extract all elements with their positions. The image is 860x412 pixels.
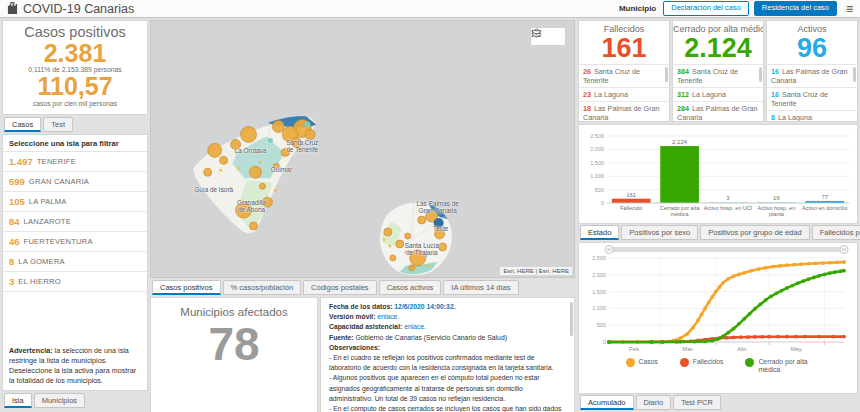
svg-text:planta: planta (769, 211, 785, 217)
island-row-tenerife[interactable]: 1.497TENERIFE (3, 152, 147, 172)
menu-icon[interactable]: ≡ (846, 3, 853, 15)
svg-text:77: 77 (821, 194, 828, 200)
island-count: 84 (9, 216, 20, 227)
right-column: Fallecidos16126Santa Cruz de Tenerife23L… (578, 20, 858, 410)
map-tab-casos-poblaci-n[interactable]: % casos/población (223, 280, 302, 295)
chart-tab-estado[interactable]: Estado (580, 225, 619, 240)
status-card-item-santa-cruz-de-tenerife[interactable]: 384Santa Cruz de Tenerife (673, 64, 763, 87)
island-name: TENERIFE (37, 157, 76, 166)
gobierno-canarias-logo-icon (7, 2, 18, 15)
island-count: 3 (9, 276, 14, 287)
map-tab-ia-ltimos-14-d-as[interactable]: IA últimos 14 días (443, 280, 518, 295)
svg-text:0: 0 (603, 339, 606, 345)
data-info-text: Fecha de los datos: 12/6/2020 14:00:32.V… (329, 302, 564, 412)
status-card-item-las-palmas-de-gran-canaria[interactable]: 16Las Palmas de Gran Canaria (767, 64, 857, 87)
map-tab-casos-positivos[interactable]: Casos positivos (152, 280, 221, 295)
chart-tab-diario[interactable]: Diario (636, 395, 672, 410)
chart-tab-positivos-por-sexo[interactable]: Positivos por sexo (621, 225, 698, 240)
legend-item-casos: Casos (626, 358, 658, 367)
map-controls (530, 27, 566, 46)
island-filter-title: Seleccione una isla para filtrar (3, 135, 147, 152)
status-card-item-la-laguna[interactable]: 23La Laguna (579, 87, 669, 101)
acumulado-line-chart-panel: 05001.0001.5002.0002.500Feb.Mar.Abr.May.… (578, 242, 858, 394)
app-title: COVID-19 Canarias (23, 2, 134, 16)
island-name: EL HIERRO (18, 277, 60, 286)
status-card-item-santa-cruz-de-tenerife[interactable]: 16Santa Cruz de Tenerife (767, 87, 857, 110)
casos-test-tabs: CasosTest (4, 117, 148, 132)
slider-handle-right[interactable] (840, 246, 848, 254)
estado-tabs: EstadoPositivos por sexoPositivos por gr… (580, 225, 858, 240)
island-row-la-palma[interactable]: 105LA PALMA (3, 192, 147, 212)
chart-tab-positivos-por-grupo-de-edad[interactable]: Positivos por grupo de edad (700, 225, 809, 240)
status-card-item-la-laguna[interactable]: 312La Laguna (673, 87, 763, 101)
info-scrollbar[interactable] (570, 302, 573, 336)
svg-text:161: 161 (626, 192, 637, 198)
island-count: 46 (9, 236, 20, 247)
header: COVID-19 Canarias Municipio Declaración … (0, 0, 860, 18)
tab-test[interactable]: Test (43, 117, 73, 132)
svg-text:Activo en domicilio: Activo en domicilio (802, 205, 848, 211)
island-row-gran-canaria[interactable]: 599GRAN CANARIA (3, 172, 147, 192)
status-card-item-las-palmas-de-gran-canaria[interactable]: 284Las Palmas de Gran Canaria (673, 101, 763, 122)
island-row-lanzarote[interactable]: 84LANZAROTE (3, 212, 147, 232)
center-column: Santa Cruzde TenerifeLa OrotavaGüímarGuí… (150, 20, 575, 412)
island-name: FUERTEVENTURA (24, 237, 93, 246)
left-column: Casos positivos 2.381 0,111% de 2.153.38… (2, 20, 148, 410)
tab-casos[interactable]: Casos (4, 117, 41, 132)
svg-text:Feb.: Feb. (629, 346, 641, 352)
status-card-scrollbar[interactable] (759, 67, 762, 82)
svg-text:Abr.: Abr. (737, 346, 748, 352)
svg-text:2.000: 2.000 (590, 146, 604, 152)
map-tab-c-digos-postales[interactable]: Códigos postales (303, 280, 377, 295)
status-card-value: 96 (767, 34, 857, 64)
casos-rate-value: 110,57 (3, 73, 147, 99)
svg-text:2.500: 2.500 (590, 133, 604, 139)
estado-bar-chart-panel: 05001.0001.5002.0002.500161Fallecido2.12… (578, 124, 858, 224)
legend-dot (626, 358, 635, 367)
tab-isla[interactable]: Isla (4, 393, 32, 408)
map[interactable]: Santa Cruzde TenerifeLa OrotavaGüímarGuí… (150, 20, 575, 278)
svg-text:1.000: 1.000 (590, 173, 604, 179)
island-row-fuerteventura[interactable]: 46FUERTEVENTURA (3, 232, 147, 252)
basemap-layers-icon[interactable] (549, 30, 562, 43)
status-card-scrollbar[interactable] (853, 67, 856, 82)
tab-municipios[interactable]: Municipios (34, 393, 85, 408)
status-card-value: 161 (579, 34, 669, 64)
status-card-cerrado-por-alta-m-dic: Cerrado por alta médic...2.124384Santa C… (672, 20, 764, 122)
status-card-fallecidos: Fallecidos16126Santa Cruz de Tenerife23L… (578, 20, 670, 122)
declaracion-del-caso-button[interactable]: Declaración del caso (663, 1, 749, 15)
island-name: LA GOMERA (18, 257, 65, 266)
status-card-item-la-laguna[interactable]: 8La Laguna (767, 110, 857, 122)
status-card-item-las-palmas-de-gran-canaria[interactable]: 18Las Palmas de Gran Canaria (579, 101, 669, 122)
island-name: LANZAROTE (24, 217, 71, 226)
chart-tab-fallecidos-por-edad-y-sexo[interactable]: Fallecidos por edad y sexo (812, 225, 860, 240)
svg-text:1.500: 1.500 (590, 160, 604, 166)
line-chart-legend: CasosFallecidosCerrado por alta médica (626, 358, 811, 374)
svg-text:Fallecido: Fallecido (620, 205, 642, 211)
status-card-scrollbar[interactable] (665, 67, 668, 82)
island-row-el-hierro[interactable]: 3EL HIERRO (3, 272, 147, 292)
svg-text:Activo hosp. en UCI: Activo hosp. en UCI (704, 205, 753, 211)
svg-text:3: 3 (726, 195, 730, 201)
svg-text:500: 500 (595, 187, 604, 193)
map-tab-casos-activos[interactable]: Casos activos (379, 280, 442, 295)
chart-tab-acumulado[interactable]: Acumulado (580, 395, 634, 410)
island-row-la-gomera[interactable]: 8LA GOMERA (3, 252, 147, 272)
island-count: 599 (9, 176, 25, 187)
island-count: 8 (9, 256, 14, 267)
svg-text:Mar.: Mar. (683, 346, 695, 352)
legend-label: Fallecidos (693, 358, 724, 366)
municipios-afectados-value: 78 (151, 318, 317, 371)
dashboard-root: COVID-19 Canarias Municipio Declaración … (0, 0, 860, 412)
municipio-label: Municipio (619, 4, 656, 13)
advertencia-text: Advertencia: la selección de una isla re… (3, 343, 147, 390)
residencia-del-caso-button[interactable]: Residencia del caso (754, 1, 837, 15)
svg-text:1.000: 1.000 (592, 305, 606, 311)
svg-text:0: 0 (601, 200, 604, 206)
legend-dot (680, 358, 689, 367)
chart-tab-test-pcr[interactable]: Test PCR (673, 395, 721, 410)
slider-handle-left[interactable] (605, 246, 613, 254)
map-canvas (151, 21, 574, 278)
casos-rate-caption: casos por cien mil personas (3, 100, 147, 107)
status-card-item-santa-cruz-de-tenerife[interactable]: 26Santa Cruz de Tenerife (579, 64, 669, 87)
